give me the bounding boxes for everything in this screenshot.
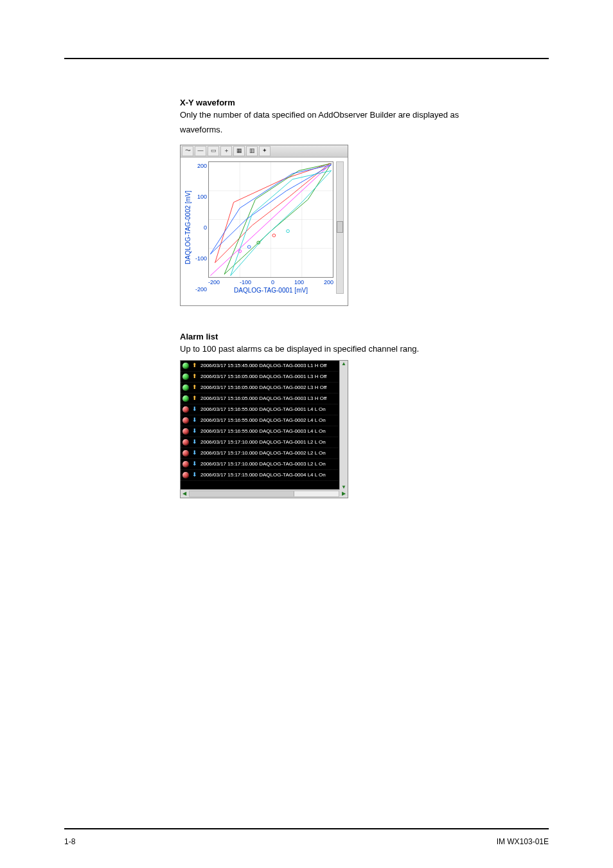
ack-status-icon xyxy=(182,461,189,467)
ytick: 0 xyxy=(193,224,207,231)
xtick: 100 xyxy=(294,279,304,285)
svg-point-10 xyxy=(272,234,276,237)
dash-button[interactable]: — xyxy=(195,146,206,156)
ack-status-icon xyxy=(182,428,189,435)
alarm-row[interactable]: ⬇2006/03/17 15:17:10.000 DAQLOG-TAG-0002… xyxy=(181,448,348,459)
alarm-row[interactable]: ⬇2006/03/17 15:16:55.000 DAQLOG-TAG-0003… xyxy=(181,426,348,437)
alarm-row[interactable]: ⬇2006/03/17 15:17:15.000 DAQLOG-TAG-0004… xyxy=(181,470,348,481)
alarm-text: 2006/03/17 15:17:10.000 DAQLOG-TAG-0003 … xyxy=(200,461,346,467)
xy-vertical-slider[interactable] xyxy=(336,161,344,294)
alarm-row[interactable]: ⬇2006/03/17 15:16:55.000 DAQLOG-TAG-0001… xyxy=(181,404,348,415)
xy-toolbar: 〜—▭＋▦▥✦ xyxy=(181,145,348,158)
section-title-xy: X-Y waveform xyxy=(180,98,549,107)
alarm-row[interactable]: ⬇2006/03/17 15:17:10.000 DAQLOG-TAG-0003… xyxy=(181,459,348,470)
hscroll-thumb[interactable] xyxy=(190,491,294,496)
ytick: 200 xyxy=(193,163,207,169)
star-button[interactable]: ✦ xyxy=(259,146,271,156)
arrow-up-icon: ⬆ xyxy=(191,363,198,368)
ack-status-icon xyxy=(182,374,189,380)
arrow-up-icon: ⬆ xyxy=(191,395,198,401)
ack-status-icon xyxy=(182,363,189,369)
arrow-down-icon: ⬇ xyxy=(191,461,198,467)
alarm-text: 2006/03/17 15:17:15.000 DAQLOG-TAG-0004 … xyxy=(200,472,346,478)
hscroll-track[interactable] xyxy=(189,491,339,497)
alarm-row[interactable]: ⬇2006/03/17 15:17:10.000 DAQLOG-TAG-0001… xyxy=(181,437,348,448)
grid-b-button[interactable]: ▥ xyxy=(246,146,258,156)
ytick: -200 xyxy=(193,286,207,293)
ack-status-icon xyxy=(182,439,189,446)
ack-status-icon xyxy=(182,417,189,424)
xy-ylabel: DAQLOG-TAG-0002 [mV] xyxy=(184,161,191,294)
alarm-row[interactable]: ⬇2006/03/17 15:16:55.000 DAQLOG-TAG-0002… xyxy=(181,415,348,426)
rect-button[interactable]: ▭ xyxy=(208,146,219,156)
xy-yticks: 2001000-100-200 xyxy=(193,161,208,294)
header-rule xyxy=(64,58,549,59)
alarm-row[interactable]: ⬆2006/03/17 15:15:45.000 DAQLOG-TAG-0003… xyxy=(181,361,348,372)
alarm-list[interactable]: ⬆2006/03/17 15:15:45.000 DAQLOG-TAG-0003… xyxy=(181,361,348,489)
alarm-text: 2006/03/17 15:17:10.000 DAQLOG-TAG-0002 … xyxy=(200,450,346,456)
ytick: 100 xyxy=(193,194,207,200)
xtick: -200 xyxy=(208,279,220,285)
footer-doc-id: IM WX103-01E xyxy=(497,837,549,846)
arrow-up-icon: ⬆ xyxy=(191,384,198,390)
alarm-text: 2006/03/17 15:15:45.000 DAQLOG-TAG-0003 … xyxy=(200,363,346,368)
alarm-horizontal-scrollbar[interactable]: ◀ ▶ xyxy=(181,489,348,498)
alarm-text: 2006/03/17 15:16:05.000 DAQLOG-TAG-0001 … xyxy=(200,374,346,379)
arrow-down-icon: ⬇ xyxy=(191,428,198,434)
ytick: -100 xyxy=(193,255,207,262)
alarm-text: 2006/03/17 15:16:55.000 DAQLOG-TAG-0001 … xyxy=(200,406,346,412)
arrow-down-icon: ⬇ xyxy=(191,406,198,412)
xtick: -100 xyxy=(240,279,251,285)
section-body-xy-2: waveforms. xyxy=(180,125,549,136)
ack-status-icon xyxy=(182,472,189,478)
xy-plot-area[interactable] xyxy=(208,161,333,278)
alarm-row[interactable]: ⬆2006/03/17 15:16:05.000 DAQLOG-TAG-0003… xyxy=(181,393,348,404)
wave-button[interactable]: 〜 xyxy=(182,146,193,156)
section-title-alarm: Alarm list xyxy=(180,332,549,341)
xy-xticks: -200-1000100200 xyxy=(208,279,333,285)
ack-status-icon xyxy=(182,384,189,391)
xy-plot-window: 〜—▭＋▦▥✦ DAQLOG-TAG-0002 [mV] 2001000-100… xyxy=(180,145,348,306)
arrow-down-icon: ⬇ xyxy=(191,439,198,445)
cross-button[interactable]: ＋ xyxy=(220,146,232,156)
xy-xlabel: DAQLOG-TAG-0001 [mV] xyxy=(208,287,333,294)
alarm-text: 2006/03/17 15:16:05.000 DAQLOG-TAG-0002 … xyxy=(200,384,346,390)
footer-page-number: 1-8 xyxy=(64,837,75,846)
arrow-down-icon: ⬇ xyxy=(191,417,198,423)
alarm-window: ⬆2006/03/17 15:15:45.000 DAQLOG-TAG-0003… xyxy=(180,360,348,498)
alarm-text: 2006/03/17 15:17:10.000 DAQLOG-TAG-0001 … xyxy=(200,439,346,445)
arrow-up-icon: ⬆ xyxy=(191,374,198,379)
xtick: 200 xyxy=(324,279,333,285)
ack-status-icon xyxy=(182,406,189,413)
section-body-xy-1: Only the number of data specified on Add… xyxy=(180,110,549,121)
alarm-row[interactable]: ⬆2006/03/17 15:16:05.000 DAQLOG-TAG-0002… xyxy=(181,383,348,393)
arrow-down-icon: ⬇ xyxy=(191,472,198,478)
ack-status-icon xyxy=(182,395,189,402)
xtick: 0 xyxy=(271,279,274,285)
alarm-text: 2006/03/17 15:16:55.000 DAQLOG-TAG-0002 … xyxy=(200,417,346,423)
section-body-alarm: Up to 100 past alarms ca be displayed in… xyxy=(180,344,549,355)
grid-a-button[interactable]: ▦ xyxy=(233,146,245,156)
alarm-vertical-scrollbar[interactable]: ▲ ▼ xyxy=(339,361,348,490)
scroll-right-icon[interactable]: ▶ xyxy=(340,491,348,496)
svg-point-12 xyxy=(247,246,251,248)
arrow-down-icon: ⬇ xyxy=(191,450,198,456)
alarm-text: 2006/03/17 15:16:55.000 DAQLOG-TAG-0003 … xyxy=(200,428,346,434)
scroll-down-icon[interactable]: ▼ xyxy=(341,484,346,490)
scroll-left-icon[interactable]: ◀ xyxy=(181,491,188,496)
ack-status-icon xyxy=(182,450,189,457)
scroll-up-icon[interactable]: ▲ xyxy=(341,361,346,366)
svg-point-14 xyxy=(287,230,290,232)
xy-slider-thumb[interactable] xyxy=(337,221,343,233)
footer-rule xyxy=(64,828,549,829)
alarm-text: 2006/03/17 15:16:05.000 DAQLOG-TAG-0003 … xyxy=(200,395,346,401)
alarm-row[interactable]: ⬆2006/03/17 15:16:05.000 DAQLOG-TAG-0001… xyxy=(181,372,348,383)
